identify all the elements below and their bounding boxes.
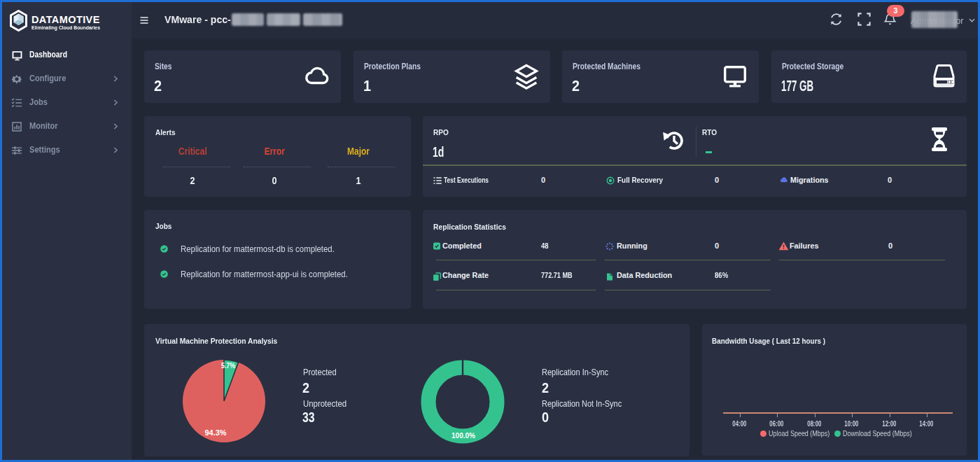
svg-text:5.7%: 5.7% (221, 361, 236, 370)
svg-text:100.0%: 100.0% (451, 431, 475, 440)
svg-text:94.3%: 94.3% (205, 428, 227, 437)
